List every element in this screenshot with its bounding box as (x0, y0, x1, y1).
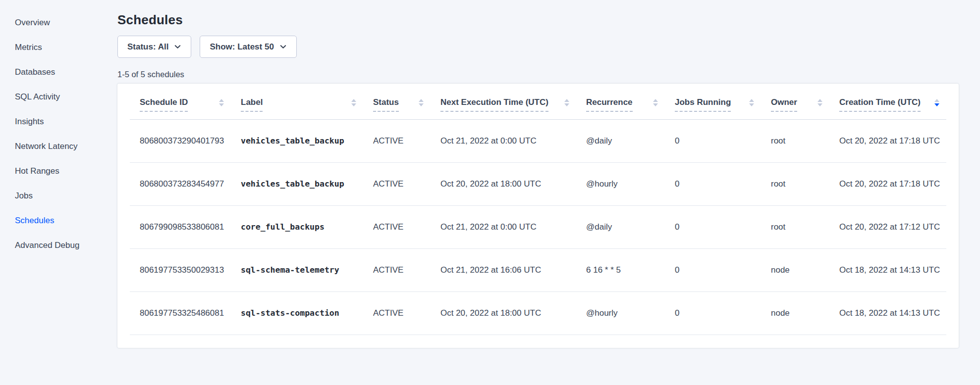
sort-icon (817, 99, 822, 106)
table-row: 806800373290401793 vehicles_table_backup… (130, 119, 946, 162)
sidebar-item-sql-activity[interactable]: SQL Activity (0, 85, 117, 109)
column-label: Recurrence (586, 97, 633, 112)
sort-icon (564, 99, 569, 106)
chevron-down-icon (174, 43, 181, 50)
show-filter-dropdown[interactable]: Show: Latest 50 (200, 36, 296, 58)
column-label: Creation Time (UTC) (839, 97, 921, 112)
recurrence-cell: @hourly (576, 162, 665, 205)
table-row: 806197753325486081 sql-stats-compaction … (130, 291, 946, 335)
schedule-id-cell: 806799098533806081 (130, 205, 231, 248)
sort-icon (219, 99, 224, 106)
owner-cell: root (761, 162, 829, 205)
jobs-running-cell: 0 (665, 162, 761, 205)
table-header-row: Schedule ID Label Status Next Execution … (130, 84, 946, 119)
column-header-label[interactable]: Label (231, 84, 363, 119)
column-label: Jobs Running (675, 97, 731, 112)
next-execution-cell: Oct 20, 2022 at 18:00 UTC (431, 162, 576, 205)
sort-icon (749, 99, 754, 106)
status-cell: ACTIVE (363, 162, 431, 205)
sort-icon (351, 99, 356, 106)
column-label: Label (241, 97, 263, 112)
creation-time-cell: Oct 18, 2022 at 14:13 UTC (829, 291, 946, 335)
column-label: Status (373, 97, 399, 112)
sidebar-item-network-latency[interactable]: Network Latency (0, 134, 117, 159)
schedule-label-cell: vehicles_table_backup (231, 119, 363, 162)
status-filter-label: Status: All (127, 42, 168, 52)
creation-time-cell: Oct 18, 2022 at 14:13 UTC (829, 248, 946, 291)
owner-cell: node (761, 248, 829, 291)
results-count: 1-5 of 5 schedules (117, 70, 958, 79)
creation-time-cell: Oct 20, 2022 at 17:12 UTC (829, 205, 946, 248)
page-title: Schedules (117, 12, 958, 28)
recurrence-cell: @hourly (576, 291, 665, 335)
status-cell: ACTIVE (363, 291, 431, 335)
sidebar-item-jobs[interactable]: Jobs (0, 184, 117, 208)
column-header-status[interactable]: Status (363, 84, 431, 119)
schedule-label-cell: sql-schema-telemetry (231, 248, 363, 291)
status-cell: ACTIVE (363, 119, 431, 162)
owner-cell: root (761, 205, 829, 248)
owner-cell: node (761, 291, 829, 335)
column-label: Next Execution Time (UTC) (440, 97, 548, 112)
schedule-id-cell: 806197753325486081 (130, 291, 231, 335)
schedule-id-cell: 806800373290401793 (130, 119, 231, 162)
schedules-table-card: Schedule ID Label Status Next Execution … (117, 84, 959, 348)
sidebar-item-hot-ranges[interactable]: Hot Ranges (0, 159, 117, 184)
status-filter-dropdown[interactable]: Status: All (117, 36, 191, 58)
recurrence-cell: @daily (576, 205, 665, 248)
jobs-running-cell: 0 (665, 205, 761, 248)
jobs-running-cell: 0 (665, 248, 761, 291)
sidebar-item-insights[interactable]: Insights (0, 109, 117, 134)
creation-time-cell: Oct 20, 2022 at 17:18 UTC (829, 162, 946, 205)
sidebar-item-databases[interactable]: Databases (0, 60, 117, 85)
next-execution-cell: Oct 21, 2022 at 0:00 UTC (431, 205, 576, 248)
column-label: Owner (771, 97, 797, 112)
column-label: Schedule ID (140, 97, 188, 112)
status-cell: ACTIVE (363, 248, 431, 291)
table-row: 806799098533806081 core_full_backups ACT… (130, 205, 946, 248)
chevron-down-icon (279, 43, 287, 50)
show-filter-label: Show: Latest 50 (210, 42, 273, 52)
owner-cell: root (761, 119, 829, 162)
table-row: 806197753350029313 sql-schema-telemetry … (130, 248, 946, 291)
schedule-id-cell: 806800373283454977 (130, 162, 231, 205)
sort-icon (653, 99, 658, 106)
column-header-creation-time[interactable]: Creation Time (UTC) (829, 84, 946, 119)
next-execution-cell: Oct 21, 2022 at 16:06 UTC (431, 248, 576, 291)
schedules-table: Schedule ID Label Status Next Execution … (130, 84, 946, 335)
sort-icon (419, 99, 424, 106)
sidebar: Overview Metrics Databases SQL Activity … (0, 0, 117, 385)
sidebar-item-schedules[interactable]: Schedules (0, 208, 117, 233)
schedule-label-cell: core_full_backups (231, 205, 363, 248)
main-content: Schedules Status: All Show: Latest 50 1-… (117, 0, 980, 385)
sidebar-item-advanced-debug[interactable]: Advanced Debug (0, 233, 117, 258)
column-header-recurrence[interactable]: Recurrence (576, 84, 665, 119)
sort-icon-descending (934, 99, 939, 106)
creation-time-cell: Oct 20, 2022 at 17:18 UTC (829, 119, 946, 162)
sidebar-item-metrics[interactable]: Metrics (0, 35, 117, 60)
column-header-owner[interactable]: Owner (761, 84, 829, 119)
filter-bar: Status: All Show: Latest 50 (117, 36, 958, 58)
schedule-label-cell: vehicles_table_backup (231, 162, 363, 205)
column-header-next-execution-time[interactable]: Next Execution Time (UTC) (431, 84, 576, 119)
column-header-jobs-running[interactable]: Jobs Running (665, 84, 761, 119)
schedule-label-cell: sql-stats-compaction (231, 291, 363, 335)
sidebar-item-overview[interactable]: Overview (0, 10, 117, 35)
recurrence-cell: 6 16 * * 5 (576, 248, 665, 291)
column-header-schedule-id[interactable]: Schedule ID (130, 84, 231, 119)
recurrence-cell: @daily (576, 119, 665, 162)
jobs-running-cell: 0 (665, 291, 761, 335)
table-row: 806800373283454977 vehicles_table_backup… (130, 162, 946, 205)
next-execution-cell: Oct 20, 2022 at 18:00 UTC (431, 291, 576, 335)
next-execution-cell: Oct 21, 2022 at 0:00 UTC (431, 119, 576, 162)
schedule-id-cell: 806197753350029313 (130, 248, 231, 291)
status-cell: ACTIVE (363, 205, 431, 248)
jobs-running-cell: 0 (665, 119, 761, 162)
